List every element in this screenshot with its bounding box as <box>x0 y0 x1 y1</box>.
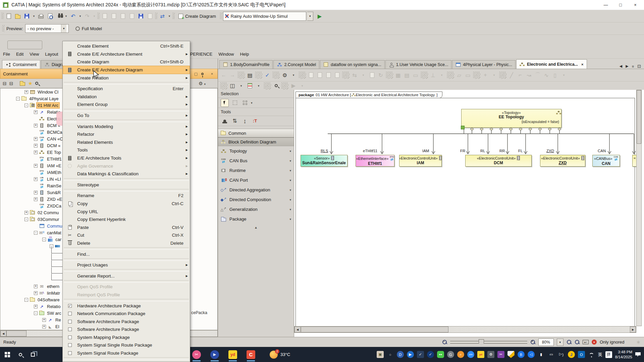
tree-expander[interactable]: + <box>42 318 46 322</box>
tray-wifi-icon[interactable] <box>588 351 595 358</box>
menu-item-related-elements[interactable]: Related Elements <box>63 138 190 146</box>
ee-topology-block[interactable]: «Topology» EE Topology {isEncapsulated =… <box>461 109 561 128</box>
back-icon[interactable]: ← <box>220 71 227 79</box>
marquee-tool-button[interactable] <box>231 99 239 107</box>
tree-settings-gear-icon[interactable]: ⚙ ▾ <box>199 81 206 86</box>
anchor-dropdown[interactable]: ▾ <box>490 71 498 79</box>
block-can[interactable]: «CANBus»CAN <box>592 155 620 167</box>
menu-item-cut[interactable]: CutCtrl-X <box>63 231 190 239</box>
taskbar-app-media[interactable]: ▶ <box>208 348 221 362</box>
tray-defender-icon[interactable] <box>507 351 515 358</box>
port-label-rr[interactable]: RR <box>499 149 505 153</box>
table-icon[interactable]: ▦ <box>394 71 402 79</box>
criteria-dropdown[interactable]: ▾ <box>255 82 262 89</box>
port-label-ethitf11[interactable]: eTHItf11 <box>363 149 377 153</box>
tray-mic-icon[interactable]: ▮ <box>538 351 545 358</box>
export-dropdown[interactable]: ▾ <box>360 71 367 79</box>
menu-item-data-markings[interactable]: Data Markings & Classification <box>63 170 190 178</box>
palette-section-common[interactable]: Common <box>218 129 294 137</box>
fit-in-window-icon[interactable] <box>567 340 572 345</box>
menu-item-specification[interactable]: SpecificationEnter <box>63 85 190 93</box>
quick-search-icon[interactable] <box>35 82 38 85</box>
menu-edit[interactable]: Edit <box>13 51 26 58</box>
scroll-left-icon[interactable]: ◀ <box>0 330 6 337</box>
diagram-tab-bodydomainprofile[interactable]: 1.BodyDomainProfile <box>219 60 273 69</box>
scrollbar-thumb[interactable] <box>6 330 26 337</box>
copy-icon[interactable] <box>307 71 315 79</box>
stamp-tool-button[interactable] <box>221 117 229 125</box>
scenario-select[interactable]: Rainy Auto Window-Up Simul <box>223 12 306 21</box>
text-tool-button[interactable]: :T <box>251 117 259 125</box>
tree-expander[interactable]: + <box>34 197 38 201</box>
zoom-level-value[interactable]: 80% <box>538 339 554 346</box>
palette-item-dropdown[interactable]: ▾ <box>289 179 291 182</box>
diagram-tab-user-vehicle[interactable]: 1.User Vehicle Usage Sce... <box>385 60 452 69</box>
curve-icon[interactable]: ↝ <box>525 71 533 79</box>
menu-item-software-architecture-package-1[interactable]: Software Architecture Package <box>63 317 190 325</box>
vertical-center-tool-button[interactable]: ↨ <box>241 117 249 125</box>
open-project-icon[interactable] <box>14 12 22 20</box>
menu-item-copy-element-hyperlink[interactable]: Copy Element Hyperlink <box>63 216 190 224</box>
undo-dropdown[interactable]: ▾ <box>78 12 82 20</box>
run-simulation-icon[interactable]: ▶ <box>290 82 297 89</box>
redo-dropdown[interactable]: ▾ <box>92 12 96 20</box>
favorites-star-icon[interactable]: ★ <box>28 80 32 86</box>
tray-outlook-icon[interactable]: O <box>578 351 585 358</box>
menu-item-create-ee-element[interactable]: Create E/E Architecture Element <box>63 50 190 58</box>
hierarchy-icon[interactable]: ⊥ <box>429 71 437 79</box>
tree-expander[interactable]: + <box>34 137 38 141</box>
port-label-rls[interactable]: RLS <box>321 149 328 153</box>
diagram-check-icon[interactable]: ✓ <box>264 71 271 79</box>
palette-item-can-bus[interactable]: CAN Bus▾ <box>218 156 294 166</box>
presentation-mode-icon[interactable]: ▶‖ <box>583 340 589 344</box>
menu-item-delete[interactable]: DeleteDelete <box>63 239 190 247</box>
port-label-fl[interactable]: FL <box>518 149 523 153</box>
find-dropdown[interactable]: ▾ <box>64 12 68 20</box>
zoom-1-1-icon[interactable] <box>575 340 580 345</box>
diagram-properties-gear-icon[interactable]: ⚙ <box>281 71 288 79</box>
tray-shield-icon[interactable]: ✓ <box>417 351 424 358</box>
palette-item-directed-composition[interactable]: Directed Composition▾ <box>218 195 294 204</box>
tray-scissors-icon[interactable]: ✂ <box>497 351 504 358</box>
tree-expander[interactable]: + <box>34 164 38 168</box>
clone-icon[interactable] <box>333 71 341 79</box>
palette-item-dropdown[interactable]: ▾ <box>289 159 291 163</box>
palette-item-dropdown[interactable]: ▾ <box>289 208 291 211</box>
scenario-dropdown[interactable]: ▾ <box>307 12 313 21</box>
paste-icon[interactable] <box>119 12 127 20</box>
menu-item-rename[interactable]: RenameF2 <box>63 192 190 200</box>
frame-icon[interactable]: ▭ <box>412 71 419 79</box>
port-label-rl[interactable]: RL <box>480 149 485 153</box>
multi-select-tool-button[interactable] <box>241 99 249 107</box>
port-label-iam[interactable]: IAM <box>422 149 429 153</box>
ime-pinyin-icon[interactable]: 拼 <box>605 351 612 358</box>
canvas-vertical-scrollbar[interactable] <box>636 90 642 326</box>
palette-collapse-button[interactable]: ▲ <box>218 224 294 231</box>
tray-settings-gear-icon[interactable]: ⚙ <box>487 351 494 358</box>
vertical-distribute-tool-button[interactable]: ⇅ <box>231 117 239 125</box>
menu-item-software-architecture-package-2[interactable]: Software Architecture Package <box>63 325 190 334</box>
tab-scroll-right-icon[interactable]: ▶ <box>626 64 628 68</box>
menu-item-create-relation[interactable]: Create Relation <box>63 74 190 82</box>
tree-expander[interactable]: - <box>42 238 46 241</box>
menu-item-create-ee-diagram[interactable]: Create E/E Architecture Diagram <box>63 66 190 74</box>
line-icon[interactable]: ╱ <box>508 71 515 79</box>
tray-wechat-icon[interactable]: ●● <box>437 351 444 358</box>
scrollbar-thumb[interactable] <box>301 326 448 333</box>
menu-item-agile-governance[interactable]: Agile Governance <box>63 162 190 170</box>
undo-icon[interactable]: ↶ <box>69 12 77 20</box>
menu-item-simulation[interactable]: Simulation <box>63 360 190 362</box>
diagram-canvas[interactable]: package 01 HW Architecture [ Electronic … <box>294 90 644 337</box>
palette-item-dropdown[interactable]: ▾ <box>289 188 291 192</box>
float-panel-icon[interactable]: ▢ <box>193 72 199 76</box>
show-containment-icon[interactable]: ▤ <box>246 71 254 79</box>
tab-containment[interactable]: Containment <box>2 60 40 69</box>
run-dropdown[interactable]: ▾ <box>299 82 306 89</box>
taskbar-weather-widget[interactable]: 2 33°C <box>266 347 293 362</box>
scroll-right-icon[interactable]: ▶ <box>630 326 636 333</box>
tray-tablet-icon[interactable]: ▭ <box>548 351 555 358</box>
image-icon[interactable] <box>146 12 154 20</box>
tray-app-icon[interactable]: ▣ <box>377 351 384 358</box>
rect-icon[interactable]: ▯ <box>551 71 559 79</box>
tab-scroll-left-icon[interactable]: ◀ <box>620 64 622 68</box>
